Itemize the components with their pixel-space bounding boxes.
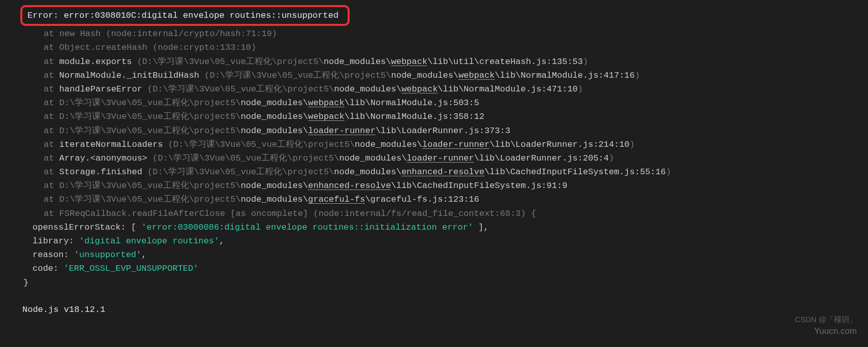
stack-frame: at D:\学习课\3Vue\05_vue工程化\project5\node_m… (20, 179, 868, 193)
node-version: Node.js v18.12.1 (20, 303, 868, 317)
prop-code: code: 'ERR_OSSL_EVP_UNSUPPORTED' (33, 262, 868, 275)
stack-frame: at new Hash (node:internal/crypto/hash:7… (20, 27, 868, 41)
stack-frame: at iterateNormalLoaders (D:\学习课\3Vue\05_… (20, 138, 868, 151)
stack-frame: at module.exports (D:\学习课\3Vue\05_vue工程化… (20, 55, 868, 69)
watermark-site: Yuucn.com (814, 324, 857, 327)
prop-reason: reason: 'unsupported', (33, 248, 868, 262)
stack-trace: at new Hash (node:internal/crypto/hash:7… (20, 27, 868, 220)
closing-brace: } (20, 276, 868, 290)
stack-frame: at D:\学习课\3Vue\05_vue工程化\project5\node_m… (20, 96, 868, 110)
stack-frame: at D:\学习课\3Vue\05_vue工程化\project5\node_m… (20, 193, 868, 206)
error-highlight-box: Error: error:0308010C:digital envelope r… (20, 5, 350, 26)
stack-frame: at handleParseError (D:\学习课\3Vue\05_vue工… (20, 82, 868, 96)
error-properties: opensslErrorStack: [ 'error:03000086:dig… (20, 220, 868, 276)
prop-library: library: 'digital envelope routines', (33, 234, 868, 248)
stack-frame: at D:\学习课\3Vue\05_vue工程化\project5\node_m… (20, 124, 868, 138)
stack-frame: at NormalModule._initBuildHash (D:\学习课\3… (20, 69, 868, 82)
stack-frame: at FSReqCallback.readFileAfterClose [as … (20, 207, 868, 220)
stack-frame: at Storage.finished (D:\学习课\3Vue\05_vue工… (20, 165, 868, 179)
stack-frame: at Object.createHash (node:crypto:133:10… (20, 41, 868, 54)
terminal-output[interactable]: Error: error:0308010C:digital envelope r… (0, 5, 868, 317)
stack-frame: at D:\学习课\3Vue\05_vue工程化\project5\node_m… (20, 110, 868, 123)
prop-openssl: opensslErrorStack: [ 'error:03000086:dig… (33, 220, 868, 234)
error-message: Error: error:0308010C:digital envelope r… (27, 11, 338, 20)
stack-frame: at Array.<anonymous> (D:\学习课\3Vue\05_vue… (20, 151, 868, 165)
